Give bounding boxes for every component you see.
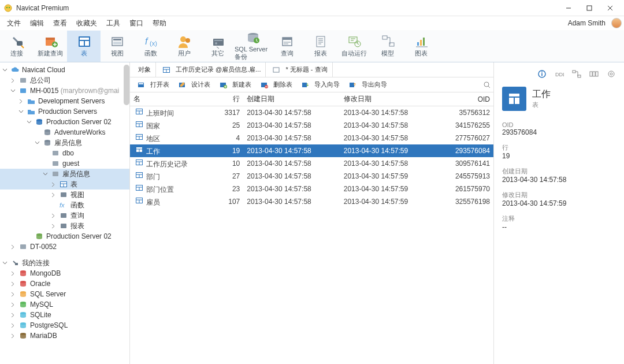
toolbar-删除表[interactable]: 删除表 [255, 79, 295, 91]
tree-toggle[interactable] [10, 292, 17, 297]
tree-toggle[interactable] [51, 224, 58, 229]
ribbon-自动运行[interactable]: 自动运行 [337, 31, 371, 62]
ribbon-图表[interactable]: 图表 [404, 31, 438, 62]
toolbar-导出向导[interactable]: 导出向导 [344, 79, 390, 91]
tree-toggle[interactable] [51, 182, 58, 187]
tree-toggle[interactable] [27, 120, 34, 125]
current-user[interactable]: Adam Smith [564, 19, 609, 27]
tree-item-dbo[interactable]: dbo [0, 148, 129, 158]
tree-item-Production Server 02[interactable]: Production Server 02 [0, 117, 129, 127]
tree-toggle[interactable] [51, 213, 58, 218]
toolbar-新建表[interactable]: 新建表 [214, 79, 254, 91]
menu-view[interactable]: 查看 [49, 17, 72, 29]
tree-item-Production Servers[interactable]: Production Servers [0, 106, 129, 117]
tree-toggle[interactable] [10, 244, 17, 250]
col-创建日期[interactable]: 创建日期 [243, 92, 340, 106]
tree-item-雇员信息[interactable]: 雇员信息 [0, 138, 129, 148]
tab-0[interactable]: 对象 [133, 62, 156, 77]
table-row[interactable]: 部门272013-04-30 14:57:582013-04-30 14:57:… [130, 170, 493, 183]
tree-toggle[interactable] [43, 172, 50, 177]
tree-toggle[interactable] [2, 261, 9, 266]
tree-item-SQLite[interactable]: SQLite [0, 310, 129, 320]
tree-toggle[interactable] [10, 333, 17, 339]
tree-item-总公司[interactable]: 总公司 [0, 75, 129, 86]
tree-item-视图[interactable]: 视图 [0, 190, 129, 200]
ribbon-用户[interactable]: 用户 [168, 31, 201, 62]
ribbon-其它[interactable]: 其它 [201, 31, 235, 62]
tree-item-MH-0015[interactable]: MH-0015 (marybrown@gmai [0, 86, 129, 96]
ribbon-连接[interactable]: 连接 [0, 31, 34, 62]
menu-file[interactable]: 文件 [2, 17, 25, 29]
maximize-button[interactable] [579, 0, 600, 16]
tree-item-查询[interactable]: 查询 [0, 210, 129, 221]
tree-item-guest[interactable]: guest [0, 158, 129, 169]
table-row[interactable]: 地区42013-04-30 14:57:582013-04-30 14:57:5… [130, 132, 493, 144]
search-icon[interactable] [483, 81, 491, 89]
toolbar-打开表[interactable]: 打开表 [132, 79, 172, 91]
tree-toggle[interactable] [10, 271, 17, 276]
tree-toggle[interactable] [18, 109, 25, 114]
col-名[interactable]: 名 [130, 92, 213, 106]
tree-item-函数[interactable]: fx函数 [0, 200, 129, 210]
col-OID[interactable]: OID [437, 92, 493, 106]
tree-toggle[interactable] [10, 323, 17, 328]
menu-edit[interactable]: 编辑 [25, 17, 49, 29]
ribbon-函数[interactable]: f(x)函数 [134, 31, 168, 62]
tree-toggle[interactable] [35, 140, 42, 146]
tree-item-MySQL[interactable]: MySQL [0, 299, 129, 310]
ribbon-表[interactable]: 表 [67, 31, 101, 62]
tree-toggle[interactable] [10, 313, 17, 318]
table-row[interactable]: 部门位置232013-04-30 14:57:582013-04-30 14:5… [130, 183, 493, 195]
tab-1[interactable]: 工作历史记录 @雇员信息.雇... [156, 62, 266, 77]
minimize-button[interactable] [558, 0, 579, 16]
col-修改日期[interactable]: 修改日期 [340, 92, 437, 106]
tree-item-Production Server 02[interactable]: Production Server 02 [0, 231, 129, 242]
settings-view-icon[interactable] [607, 69, 616, 79]
menu-favorites[interactable]: 收藏夹 [72, 17, 102, 29]
columns-view-icon[interactable] [589, 69, 599, 79]
tree-toggle[interactable] [18, 99, 25, 104]
tree-item-MariaDB[interactable]: MariaDB [0, 330, 129, 341]
toolbar-导入向导[interactable]: 导入向导 [296, 79, 343, 91]
tree-item-Oracle[interactable]: Oracle [0, 278, 129, 289]
table-row[interactable]: 雇员1072013-04-30 14:57:582013-04-30 14:57… [130, 195, 493, 208]
tab-2[interactable]: * 无标题 - 查询 [266, 62, 332, 77]
tree-item-SQL Server[interactable]: SQL Server [0, 289, 129, 299]
tree-item-MongoDB[interactable]: MongoDB [0, 268, 129, 278]
scrollbar-thumb[interactable] [124, 65, 129, 105]
menu-tools[interactable]: 工具 [102, 17, 125, 29]
table-row[interactable]: 工作192013-04-30 14:57:582013-04-30 14:57:… [130, 144, 493, 157]
ribbon-新建查询[interactable]: 新建查询 [34, 31, 67, 62]
col-行[interactable]: 行 [213, 92, 244, 106]
tree-item-表[interactable]: 表 [0, 179, 129, 190]
table-row[interactable]: 上班时间33172013-04-30 14:57:582013-04-30 14… [130, 106, 493, 120]
tree-item-AdventureWorks[interactable]: AdventureWorks [0, 127, 129, 138]
close-button[interactable] [600, 0, 621, 16]
tree-item-雇员信息[interactable]: 雇员信息 [0, 169, 129, 179]
tree-item-我的连接[interactable]: 我的连接 [0, 258, 129, 268]
tree-item-Development Servers[interactable]: Development Servers [0, 96, 129, 106]
ribbon-模型[interactable]: 模型 [371, 31, 404, 62]
ribbon-SQL Server 备份[interactable]: SQL Server 备份 [235, 31, 270, 62]
info-view-icon[interactable] [537, 69, 547, 79]
tree-toggle[interactable] [2, 68, 9, 73]
ribbon-视图[interactable]: 视图 [101, 31, 134, 62]
tree-item-DT-0052[interactable]: DT-0052 [0, 242, 129, 252]
ribbon-查询[interactable]: 查询 [270, 31, 304, 62]
table-row[interactable]: 工作历史记录102013-04-30 14:57:582013-04-30 14… [130, 157, 493, 170]
tree-toggle[interactable] [51, 192, 58, 198]
relations-view-icon[interactable] [572, 69, 581, 79]
ribbon-报表[interactable]: 报表 [304, 31, 337, 62]
ddl-view-icon[interactable]: DDL [555, 69, 564, 79]
menu-help[interactable]: 帮助 [148, 17, 171, 29]
tree-item-PostgreSQL[interactable]: PostgreSQL [0, 320, 129, 330]
user-avatar[interactable] [611, 18, 622, 28]
toolbar-设计表[interactable]: 设计表 [173, 79, 213, 91]
menu-window[interactable]: 窗口 [125, 17, 148, 29]
tree-item-Navicat Cloud[interactable]: Navicat Cloud [0, 65, 129, 75]
tree-toggle[interactable] [10, 281, 17, 287]
tree-item-报表[interactable]: 报表 [0, 221, 129, 231]
table-row[interactable]: 国家252013-04-30 14:57:582013-04-30 14:57:… [130, 119, 493, 132]
tree-toggle[interactable] [10, 78, 17, 83]
tree-toggle[interactable] [10, 302, 17, 307]
